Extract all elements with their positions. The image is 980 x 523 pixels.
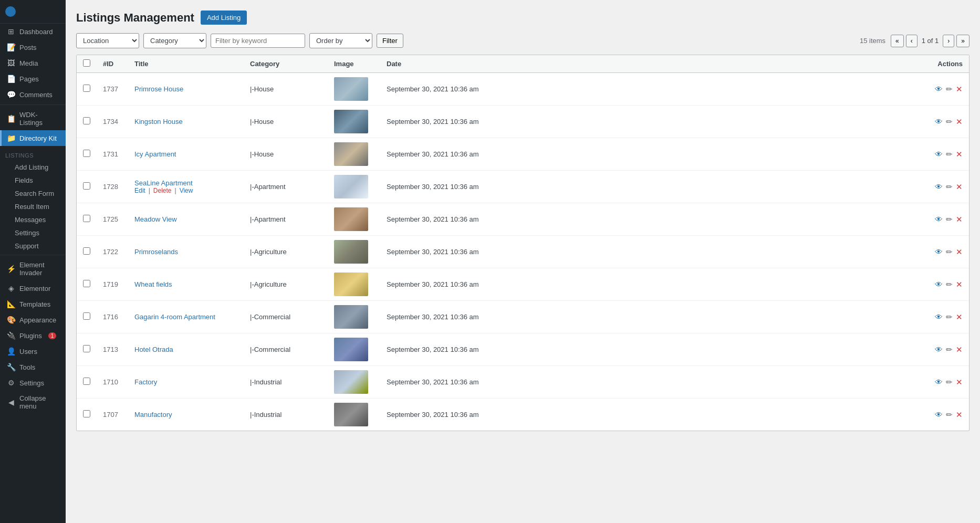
sidebar-item-users[interactable]: 👤 Users [0,343,66,359]
directory-icon: 📁 [7,134,15,142]
sidebar-sub-search-form[interactable]: Search Form [0,187,66,200]
row-checkbox[interactable] [83,410,90,417]
pagination-first-button[interactable]: « [891,35,904,47]
listing-title-link[interactable]: Manufactory [134,411,172,419]
row-checkbox[interactable] [83,85,90,92]
edit-icon[interactable]: ✏ [946,280,953,289]
row-checkbox[interactable] [83,117,90,124]
view-icon[interactable]: 👁 [935,280,943,289]
edit-icon[interactable]: ✏ [946,215,953,224]
view-icon[interactable]: 👁 [935,117,943,126]
edit-icon[interactable]: ✏ [946,410,953,420]
edit-icon[interactable]: ✏ [946,85,953,94]
edit-icon[interactable]: ✏ [946,378,953,387]
edit-icon[interactable]: ✏ [946,345,953,354]
edit-icon[interactable]: ✏ [946,117,953,127]
delete-icon[interactable]: ✕ [956,280,963,289]
listing-title-link[interactable]: SeaLine Apartment [134,179,193,187]
sidebar-sub-fields[interactable]: Fields [0,174,66,187]
sidebar-item-pages[interactable]: 📄 Pages [0,71,66,87]
row-view-link[interactable]: View [180,187,193,194]
row-checkbox[interactable] [83,280,90,287]
sidebar-item-wdk-listings[interactable]: 📋 WDK-Listings [0,107,66,130]
category-filter[interactable]: Category [143,33,206,48]
edit-icon[interactable]: ✏ [946,182,953,192]
row-checkbox[interactable] [83,312,90,320]
select-all-checkbox[interactable] [83,59,90,67]
delete-icon[interactable]: ✕ [956,247,963,257]
view-icon[interactable]: 👁 [935,150,943,159]
view-icon[interactable]: 👁 [935,410,943,419]
delete-icon[interactable]: ✕ [956,378,963,387]
row-checkbox[interactable] [83,345,90,352]
sidebar-item-element-invader[interactable]: ⚡ Element Invader [0,257,66,280]
listing-title-link[interactable]: Wheat fields [134,280,172,288]
delete-icon[interactable]: ✕ [956,312,963,322]
keyword-filter-input[interactable] [211,34,305,48]
orderby-filter[interactable]: Order by [309,33,372,48]
view-icon[interactable]: 👁 [935,312,943,321]
sidebar-item-appearance[interactable]: 🎨 Appearance [0,312,66,328]
sidebar-sub-settings[interactable]: Settings [0,226,66,239]
listing-title-link[interactable]: Primrose House [134,85,183,93]
view-icon[interactable]: 👁 [935,247,943,256]
delete-icon[interactable]: ✕ [956,182,963,192]
row-checkbox[interactable] [83,150,90,157]
view-icon[interactable]: 👁 [935,378,943,386]
view-icon[interactable]: 👁 [935,182,943,191]
edit-icon[interactable]: ✏ [946,312,953,322]
sidebar-item-collapse[interactable]: ◀ Collapse menu [0,391,66,414]
pagination-next-button[interactable]: › [943,35,954,47]
sidebar-sub-messages[interactable]: Messages [0,213,66,226]
sidebar-item-dashboard[interactable]: ⊞ Dashboard [0,24,66,39]
sidebar-item-plugins[interactable]: 🔌 Plugins 1 [0,328,66,343]
listing-title-link[interactable]: Factory [134,378,157,386]
row-date: September 30, 2021 10:36 am [380,106,916,138]
sidebar-item-comments[interactable]: 💬 Comments [0,87,66,102]
sidebar-item-directory-kit[interactable]: 📁 Directory Kit [0,130,66,146]
row-action-icons: 👁 ✏ ✕ [923,150,963,159]
row-checkbox[interactable] [83,215,90,222]
listing-title-link[interactable]: Meadow View [134,215,177,223]
row-actions-cell: 👁 ✏ ✕ [916,333,969,366]
sidebar-item-templates[interactable]: 📐 Templates [0,296,66,312]
view-icon[interactable]: 👁 [935,345,943,354]
listing-title-link[interactable]: Hotel Otrada [134,346,173,353]
sidebar-sub-result-item[interactable]: Result Item [0,200,66,213]
listing-title-link[interactable]: Icy Apartment [134,150,176,158]
sidebar-item-elementor[interactable]: ◈ Elementor [0,280,66,296]
delete-icon[interactable]: ✕ [956,215,963,224]
delete-icon[interactable]: ✕ [956,150,963,159]
sidebar-item-posts[interactable]: 📝 Posts [0,39,66,55]
sidebar-sub-support[interactable]: Support [0,239,66,253]
sidebar-divider [0,104,66,105]
row-checkbox[interactable] [83,247,90,255]
listing-title-link[interactable]: Gagarin 4-room Apartment [134,313,215,321]
row-actions-cell: 👁 ✏ ✕ [916,268,969,301]
location-filter[interactable]: Location [76,33,139,48]
edit-icon[interactable]: ✏ [946,150,953,159]
add-listing-button[interactable]: Add Listing [201,11,247,25]
edit-icon[interactable]: ✏ [946,247,953,257]
listing-title-link[interactable]: Primroselands [134,248,178,256]
pagination-prev-button[interactable]: ‹ [906,35,918,47]
row-id: 1728 [97,171,128,203]
view-icon[interactable]: 👁 [935,215,943,224]
filter-button[interactable]: Filter [377,34,403,48]
delete-icon[interactable]: ✕ [956,345,963,354]
delete-icon[interactable]: ✕ [956,85,963,94]
row-delete-link[interactable]: Delete [153,187,172,194]
sidebar-item-label: Settings [19,379,44,387]
row-checkbox[interactable] [83,182,90,190]
row-edit-link[interactable]: Edit [134,187,145,194]
delete-icon[interactable]: ✕ [956,117,963,127]
delete-icon[interactable]: ✕ [956,410,963,420]
sidebar-sub-add-listing[interactable]: Add Listing [0,161,66,174]
view-icon[interactable]: 👁 [935,85,943,93]
pagination-last-button[interactable]: » [956,35,969,47]
sidebar-item-settings[interactable]: ⚙ Settings [0,375,66,391]
sidebar-item-media[interactable]: 🖼 Media [0,55,66,71]
sidebar-item-tools[interactable]: 🔧 Tools [0,359,66,375]
listing-title-link[interactable]: Kingston House [134,118,183,125]
row-checkbox[interactable] [83,378,90,385]
